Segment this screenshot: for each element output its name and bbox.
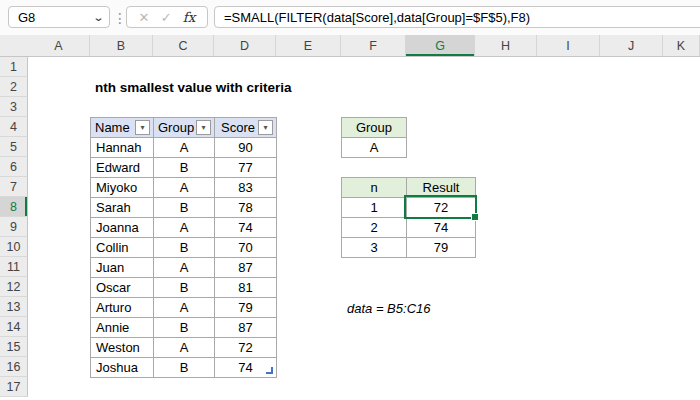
row-header-2[interactable]: 2 <box>0 77 28 97</box>
name-cell[interactable]: Edward <box>91 158 154 178</box>
score-cell[interactable]: 87 <box>215 258 277 278</box>
row-header-13[interactable]: 13 <box>0 297 28 317</box>
score-cell[interactable]: 72 <box>215 338 277 358</box>
score-cell[interactable]: 77 <box>215 158 277 178</box>
group-cell[interactable]: A <box>154 218 215 238</box>
name-cell[interactable]: Sarah <box>91 198 154 218</box>
name-cell[interactable]: Hannah <box>91 138 154 158</box>
sheet-title[interactable]: nth smallest value with criteria <box>95 80 292 95</box>
column-header-C[interactable]: C <box>153 35 214 56</box>
table-row: HannahA90 <box>91 138 277 158</box>
score-cell[interactable]: 87 <box>215 318 277 338</box>
score-cell[interactable]: 78 <box>215 198 277 218</box>
criteria-value[interactable]: A <box>342 138 407 158</box>
table-header-score[interactable]: Score▾ <box>215 118 277 138</box>
filter-icon[interactable]: ▾ <box>258 120 273 135</box>
n-cell[interactable]: 2 <box>342 218 407 238</box>
group-cell[interactable]: B <box>154 198 215 218</box>
row-header-11[interactable]: 11 <box>0 257 28 277</box>
name-cell[interactable]: Joanna <box>91 218 154 238</box>
row-header-5[interactable]: 5 <box>0 137 28 157</box>
table-header-name[interactable]: Name▾ <box>91 118 154 138</box>
enter-icon[interactable]: ✓ <box>161 10 172 25</box>
row-header-1[interactable]: 1 <box>0 57 28 77</box>
group-cell[interactable]: A <box>154 258 215 278</box>
name-cell[interactable]: Collin <box>91 238 154 258</box>
group-cell[interactable]: B <box>154 278 215 298</box>
name-cell[interactable]: Miyoko <box>91 178 154 198</box>
table-header-label: Group <box>158 120 194 135</box>
group-cell[interactable]: B <box>154 158 215 178</box>
row-header-7[interactable]: 7 <box>0 177 28 197</box>
column-header-G[interactable]: G <box>406 35 475 56</box>
chevron-down-icon[interactable]: ⌄ <box>92 12 104 23</box>
row-header-15[interactable]: 15 <box>0 337 28 357</box>
row-header-9[interactable]: 9 <box>0 217 28 237</box>
results-header-result[interactable]: Result <box>407 178 476 198</box>
column-header-A[interactable]: A <box>28 35 90 56</box>
n-cell[interactable]: 1 <box>342 198 407 218</box>
row-header-17[interactable]: 17 <box>0 377 28 397</box>
column-header-H[interactable]: H <box>475 35 537 56</box>
group-cell[interactable]: B <box>154 358 215 378</box>
row-header-16[interactable]: 16 <box>0 357 28 377</box>
column-header-I[interactable]: I <box>537 35 600 56</box>
insert-function-icon[interactable]: fx <box>183 9 196 25</box>
score-cell[interactable]: 90 <box>215 138 277 158</box>
row-header-12[interactable]: 12 <box>0 277 28 297</box>
formula-text: =SMALL(FILTER(data[Score],data[Group]=$F… <box>224 10 530 25</box>
formula-input[interactable]: =SMALL(FILTER(data[Score],data[Group]=$F… <box>214 6 700 28</box>
name-cell[interactable]: Juan <box>91 258 154 278</box>
score-cell[interactable]: 79 <box>215 298 277 318</box>
column-header-K[interactable]: K <box>663 35 700 56</box>
score-cell[interactable]: 70 <box>215 238 277 258</box>
range-annotation[interactable]: data = B5:C16 <box>347 301 430 316</box>
name-box[interactable]: G8 ⌄ <box>8 6 110 28</box>
column-header-B[interactable]: B <box>90 35 153 56</box>
group-cell[interactable]: A <box>154 178 215 198</box>
table-row: JoshuaB74 <box>91 358 277 378</box>
name-cell[interactable]: Annie <box>91 318 154 338</box>
table-header-label: Score <box>221 120 255 135</box>
name-cell[interactable]: Oscar <box>91 278 154 298</box>
n-cell[interactable]: 3 <box>342 238 407 258</box>
score-cell[interactable]: 81 <box>215 278 277 298</box>
row-header-8[interactable]: 8 <box>0 197 28 217</box>
result-cell[interactable]: 79 <box>407 238 476 258</box>
filter-icon[interactable]: ▾ <box>196 120 211 135</box>
group-cell[interactable]: B <box>154 318 215 338</box>
criteria-header[interactable]: Group <box>342 118 407 138</box>
cancel-icon[interactable]: ✕ <box>139 10 150 25</box>
filter-icon[interactable]: ▾ <box>135 120 150 135</box>
table-resize-handle[interactable] <box>266 367 273 374</box>
name-cell[interactable]: Joshua <box>91 358 154 378</box>
result-cell[interactable]: 72 <box>407 198 476 218</box>
group-cell[interactable]: A <box>154 338 215 358</box>
results-header-n[interactable]: n <box>342 178 407 198</box>
results-row: 274 <box>342 218 476 238</box>
table-row: CollinB70 <box>91 238 277 258</box>
score-cell[interactable]: 74 <box>215 218 277 238</box>
name-box-value: G8 <box>18 10 35 25</box>
criteria-table: Group A <box>341 117 407 158</box>
group-cell[interactable]: A <box>154 138 215 158</box>
column-header-D[interactable]: D <box>214 35 276 56</box>
group-cell[interactable]: A <box>154 298 215 318</box>
result-cell[interactable]: 74 <box>407 218 476 238</box>
row-header-6[interactable]: 6 <box>0 157 28 177</box>
name-cell[interactable]: Weston <box>91 338 154 358</box>
row-header-4[interactable]: 4 <box>0 117 28 137</box>
column-header-F[interactable]: F <box>341 35 406 56</box>
column-header-E[interactable]: E <box>276 35 341 56</box>
row-header-3[interactable]: 3 <box>0 97 28 117</box>
row-header-14[interactable]: 14 <box>0 317 28 337</box>
table-row: JuanA87 <box>91 258 277 278</box>
score-cell[interactable]: 83 <box>215 178 277 198</box>
table-row: EdwardB77 <box>91 158 277 178</box>
row-header-10[interactable]: 10 <box>0 237 28 257</box>
table-row: MiyokoA83 <box>91 178 277 198</box>
group-cell[interactable]: B <box>154 238 215 258</box>
name-cell[interactable]: Arturo <box>91 298 154 318</box>
table-header-group[interactable]: Group▾ <box>154 118 215 138</box>
column-header-J[interactable]: J <box>600 35 663 56</box>
